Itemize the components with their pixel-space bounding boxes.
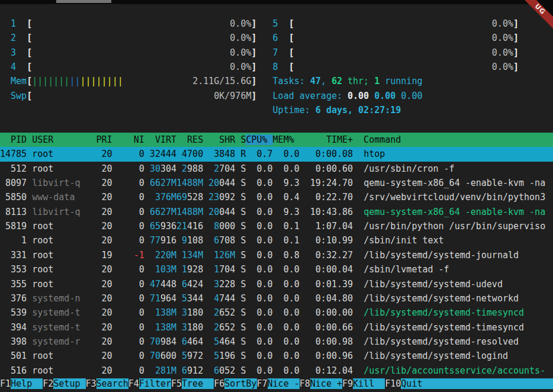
cell-mem-number-low: 052	[219, 365, 235, 376]
cell-command: /lib/systemd/systemd-networkd	[364, 293, 519, 304]
meter-open-bracket: [	[289, 33, 294, 43]
cell-mem-number-high: 20	[208, 178, 219, 188]
cell-ni: 0	[112, 322, 144, 333]
text-segment	[27, 264, 32, 275]
fnkey-F2[interactable]: F2	[43, 378, 53, 389]
column-header-virt[interactable]: VIRT	[144, 134, 176, 145]
cell-cpu-pct: 0.0	[246, 279, 272, 290]
cpu-meter-4-id: 4	[11, 62, 27, 72]
cpu-meter-2-value: 0.0%	[230, 33, 251, 43]
meter-fill	[294, 47, 492, 58]
text-segment	[176, 163, 182, 174]
cell-user: root	[32, 149, 80, 159]
fnkey-F9-label[interactable]: Kill	[353, 378, 385, 389]
column-header-state[interactable]: S	[235, 134, 246, 145]
meter-open-bracket: [	[289, 18, 294, 29]
column-header-time[interactable]: TIME+	[294, 134, 353, 145]
fnkey-F1[interactable]: F1	[0, 378, 11, 389]
fnkey-F8[interactable]: F8	[300, 378, 310, 389]
text-segment	[353, 178, 364, 188]
column-header-ni[interactable]: NI	[112, 134, 144, 145]
fnkey-F8-label[interactable]: Nice +	[310, 378, 342, 389]
fnkey-F5-label[interactable]: Tree	[182, 378, 214, 389]
process-row[interactable]: 8113 libvirt-q 20 0 6627M1488M 20044 S 0…	[0, 205, 553, 219]
cell-mem-number-low: 180	[187, 307, 203, 318]
cell-mem-number-high: 23	[208, 192, 219, 203]
fnkey-F7-label[interactable]: Nice -	[268, 378, 300, 389]
cell-command: /lib/systemd/systemd-timesyncd	[364, 307, 524, 318]
process-row[interactable]: 355 root 20 0 47448 6424 3228 S 0.0 0.0 …	[0, 277, 553, 291]
process-row[interactable]: 398 systemd-r 20 0 70984 6464 5464 S 0.0…	[0, 335, 553, 349]
cell-mem-pct: 0.0	[273, 365, 300, 376]
fnkey-F6-label[interactable]: SortBy	[224, 378, 256, 389]
cell-pid: 516	[0, 365, 27, 376]
text-segment	[176, 264, 182, 275]
text-segment	[256, 62, 272, 72]
cell-ni: 0	[112, 279, 144, 290]
fnkey-F7[interactable]: F7	[257, 378, 268, 389]
fnkey-F3[interactable]: F3	[86, 378, 97, 389]
cell-mem-pct: 0.1	[273, 235, 300, 246]
process-row[interactable]: 5819 root 20 0 6593621416 8000 S 0.0 0.1…	[0, 219, 553, 233]
process-row[interactable]: 501 root 20 0 70600 5972 5196 S 0.0 0.0 …	[0, 349, 553, 363]
text-segment	[203, 322, 214, 333]
cell-cpu-pct: 0.0	[246, 351, 272, 361]
process-row[interactable]: 8097 libvirt-q 20 0 6627M1488M 20044 S 0…	[0, 176, 553, 190]
cell-user: systemd-t	[32, 307, 80, 318]
process-row[interactable]: 512 root 20 0 30304 2988 2704 S 0.0 0.0 …	[0, 162, 553, 176]
cell-pri: 20	[80, 307, 112, 318]
column-header-mem[interactable]: MEM%	[273, 134, 294, 145]
column-header-command[interactable]: Command	[353, 134, 401, 145]
swap-meter-row: Swp[ 0K/976M] Load average: 0.00 0.00 0.…	[0, 89, 553, 103]
cell-pri: 20	[80, 163, 112, 174]
column-header-pri[interactable]: PRI	[80, 134, 112, 145]
text-segment	[203, 221, 214, 232]
fnkey-F10-label[interactable]: Quit	[401, 378, 553, 389]
cell-mem-number-low: 912	[187, 365, 203, 376]
cell-pri: 20	[80, 149, 112, 159]
text-segment	[203, 207, 208, 217]
column-header-pid[interactable]: PID	[0, 134, 27, 145]
cell-mem-number-low: 528	[187, 192, 203, 203]
process-row[interactable]: 539 systemd-t 20 0 138M 3180 2652 S 0.0 …	[0, 306, 553, 320]
fnkey-F4[interactable]: F4	[128, 378, 139, 389]
cell-pri: 20	[80, 365, 112, 376]
fnkey-F10[interactable]: F10	[385, 378, 401, 389]
cell-command: /srv/webvirtcloud/venv/bin/python3	[364, 192, 545, 203]
column-header-res[interactable]: RES	[176, 134, 203, 145]
column-header-shr[interactable]: SHR	[203, 134, 235, 145]
cell-mem-number-high: 9	[182, 235, 187, 246]
process-row[interactable]: 394 systemd-t 20 0 138M 3180 2652 S 0.0 …	[0, 320, 553, 335]
fnkey-F2-label[interactable]: Setup	[53, 378, 85, 389]
cell-mem-pct: 0.0	[273, 336, 300, 347]
process-row[interactable]: 14785 root 20 0 32444 4700 3848 R 0.7 0.…	[0, 147, 553, 161]
cpu-meter-3-id: 3	[11, 47, 27, 58]
process-row[interactable]: 5850 www-data 20 0 376M69528 23092 S 0.0…	[0, 190, 553, 204]
fnkey-F4-label[interactable]: Filter	[139, 378, 171, 389]
process-row[interactable]: 516 root 20 0 281M 6912 6052 S 0.0 0.0 0…	[0, 364, 553, 378]
cell-pid: 353	[0, 264, 27, 275]
cell-mem-number-high: 5	[182, 293, 187, 304]
cell-cpu-pct: 0.0	[246, 163, 272, 174]
cell-pri: 20	[80, 322, 112, 333]
scrollbar-thumb[interactable]	[56, 0, 111, 3]
column-header-cpu-sorted[interactable]: CPU%	[246, 134, 272, 145]
cell-mem-number-high: 30	[150, 163, 160, 174]
process-row[interactable]: 353 root 20 0 103M 1928 1704 S 0.0 0.0 0…	[0, 262, 553, 277]
cell-mem-number-high: 2	[182, 163, 187, 174]
fnkey-F6[interactable]: F6	[214, 378, 224, 389]
text-segment	[27, 178, 32, 188]
fnkey-F3-label[interactable]: Search	[97, 378, 128, 389]
cell-mem-number-high: 5	[214, 351, 219, 361]
tasks-running-label: running	[380, 76, 422, 86]
cell-ni: -1	[112, 250, 144, 261]
fnkey-F9[interactable]: F9	[342, 378, 353, 389]
process-row[interactable]: 376 systemd-n 20 0 71964 5344 4744 S 0.0…	[0, 291, 553, 306]
text-segment	[144, 192, 155, 203]
column-header-user[interactable]: USER	[32, 134, 80, 145]
process-row[interactable]: 331 root 19 -1 220M 134M 126M S 0.0 0.8 …	[0, 248, 553, 262]
fnkey-F1-label[interactable]: Help	[11, 378, 43, 389]
fnkey-F5[interactable]: F5	[171, 378, 182, 389]
process-row[interactable]: 1 root 20 0 77916 9108 6708 S 0.0 0.1 0:…	[0, 233, 553, 248]
cell-mem-number-high: 21	[176, 221, 187, 232]
